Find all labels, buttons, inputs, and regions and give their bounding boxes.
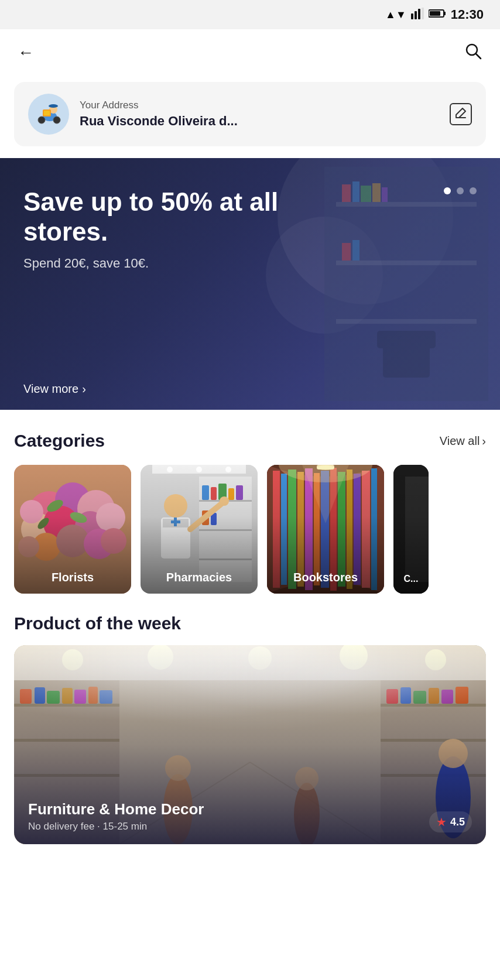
categories-row: Florists — [14, 465, 486, 594]
svg-point-12 — [49, 104, 58, 108]
svg-rect-29 — [377, 331, 436, 348]
svg-point-13 — [38, 116, 45, 124]
section-header: Categories View all › — [14, 431, 486, 451]
avatar — [28, 94, 69, 135]
star-icon: ★ — [436, 815, 447, 829]
florists-label: Florists — [14, 571, 131, 584]
category-fourth[interactable]: C... — [393, 465, 429, 594]
category-pharmacies[interactable]: Pharmacies — [141, 465, 258, 594]
product-card[interactable]: Furniture & Home Decor No delivery fee ·… — [14, 645, 486, 844]
category-bookstores[interactable]: Bookstores — [267, 465, 384, 594]
svg-line-8 — [476, 54, 481, 59]
svg-rect-0 — [411, 13, 413, 19]
svg-rect-2 — [418, 9, 420, 19]
product-info: Furniture & Home Decor No delivery fee ·… — [28, 800, 204, 832]
product-section-title: Product of the week — [14, 614, 486, 633]
banner-content: Save up to 50% at all stores. Spend 20€,… — [0, 158, 500, 283]
product-name: Furniture & Home Decor — [28, 800, 204, 818]
product-description: No delivery fee · 15-25 min — [28, 821, 204, 832]
svg-rect-16 — [44, 111, 50, 115]
back-button[interactable]: ← — [18, 43, 34, 62]
product-section: Product of the week — [0, 608, 500, 858]
fourth-label: C... — [393, 574, 429, 584]
svg-rect-20 — [336, 319, 477, 324]
address-card[interactable]: Your Address Rua Visconde Oliveira d... — [14, 82, 486, 146]
svg-point-14 — [53, 116, 60, 124]
address-info: Your Address Rua Visconde Oliveira d... — [80, 100, 439, 129]
banner-view-more[interactable]: View more › — [23, 382, 86, 396]
address-section: Your Address Rua Visconde Oliveira d... — [0, 76, 500, 158]
product-bottom: Furniture & Home Decor No delivery fee ·… — [14, 789, 486, 844]
nav-bar: ← — [0, 29, 500, 76]
view-all-button[interactable]: View all › — [440, 434, 486, 448]
product-rating: ★ 4.5 — [429, 811, 472, 832]
category-florists[interactable]: Florists — [14, 465, 131, 594]
address-edit-button[interactable] — [450, 103, 472, 125]
address-value: Rua Visconde Oliveira d... — [80, 114, 439, 129]
categories-section: Categories View all › — [0, 410, 500, 608]
banner-title: Save up to 50% at all stores. — [23, 187, 316, 246]
svg-rect-5 — [444, 12, 446, 15]
status-icons: ▲▼ 12:30 — [385, 7, 484, 22]
search-button[interactable] — [464, 42, 482, 64]
status-bar: ▲▼ 12:30 — [0, 0, 500, 29]
svg-rect-3 — [422, 8, 424, 19]
banner-subtitle: Spend 20€, save 10€. — [23, 256, 477, 271]
status-time: 12:30 — [451, 7, 484, 22]
banner-section: Save up to 50% at all stores. Spend 20€,… — [0, 158, 500, 410]
categories-title: Categories — [14, 431, 105, 451]
rating-value: 4.5 — [450, 816, 465, 828]
address-label: Your Address — [80, 100, 439, 111]
svg-rect-6 — [430, 11, 440, 16]
svg-rect-1 — [415, 11, 417, 19]
bookstores-label: Bookstores — [267, 571, 384, 584]
wifi-icon: ▲▼ — [385, 9, 406, 21]
signal-icon — [411, 8, 424, 22]
pharmacies-label: Pharmacies — [141, 571, 258, 584]
battery-icon — [429, 9, 446, 20]
